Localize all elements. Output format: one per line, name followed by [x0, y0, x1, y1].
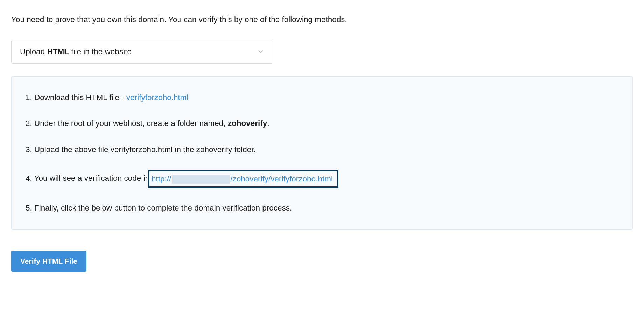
step2-folder-name: zohoverify	[228, 119, 267, 128]
instruction-step-3: Upload the above file verifyforzoho.html…	[26, 144, 618, 156]
url-path: /zohoverify/verifyforzoho.html	[230, 174, 333, 183]
url-domain-redacted	[172, 175, 230, 184]
step4-prefix: You will see a verification code in	[34, 174, 149, 183]
instructions-panel: Download this HTML file - verifyforzoho.…	[11, 76, 633, 230]
verify-html-file-button[interactable]: Verify HTML File	[11, 251, 86, 272]
select-prefix: Upload	[20, 47, 47, 56]
select-suffix: file in the website	[69, 47, 132, 56]
verification-url-box: http:///zohoverify/verifyforzoho.html	[148, 170, 338, 188]
url-protocol: http://	[152, 174, 171, 183]
select-bold: HTML	[47, 47, 69, 56]
step2-prefix: Under the root of your webhost, create a…	[34, 119, 228, 128]
instruction-step-2: Under the root of your webhost, create a…	[26, 118, 618, 129]
step1-prefix: Download this HTML file -	[34, 93, 126, 102]
instruction-step-5: Finally, click the below button to compl…	[26, 202, 618, 214]
intro-text: You need to prove that you own this doma…	[11, 14, 633, 25]
verification-method-select[interactable]: Upload HTML file in the website	[11, 40, 272, 64]
verify-file-link[interactable]: verifyforzoho.html	[126, 93, 189, 102]
instruction-step-4: You will see a verification code inhttp:…	[26, 170, 618, 188]
step2-suffix: .	[267, 119, 269, 128]
instruction-step-1: Download this HTML file - verifyforzoho.…	[26, 92, 618, 104]
verification-method-value: Upload HTML file in the website	[11, 40, 272, 64]
